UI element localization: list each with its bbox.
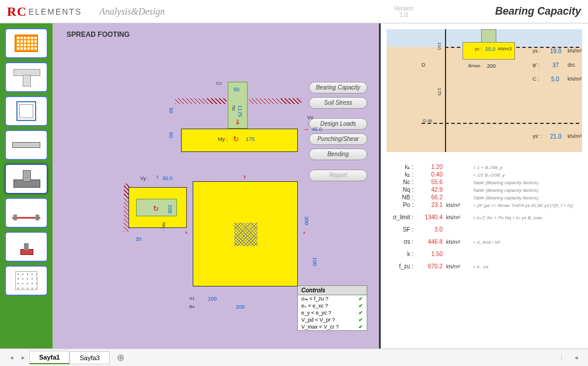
tab-prev-button[interactable]: ◂ xyxy=(6,354,18,361)
panel-title: Bearing Capacity xyxy=(495,5,581,18)
module-tbeam-button[interactable] xyxy=(5,62,48,92)
module-beam-button[interactable] xyxy=(5,130,48,160)
footing-diagram: My : ↻ 175 Cx 50 Nz 1175 ⇓ 50 60 Vx : → … xyxy=(111,82,333,327)
module-column-button[interactable] xyxy=(5,96,48,126)
dots-icon xyxy=(15,271,37,290)
square-icon xyxy=(16,101,36,121)
arrow-right-icon: → xyxy=(302,125,309,133)
column-hatch-icon xyxy=(234,223,258,246)
span-icon xyxy=(12,207,40,219)
canvas-title: SPREAD FOOTING xyxy=(67,30,130,39)
rotation-icon: ↻ xyxy=(233,135,239,143)
ground-hatch-icon xyxy=(175,98,227,104)
axis-x-icon: x xyxy=(303,230,305,235)
tbeam-icon xyxy=(13,69,39,85)
tab-menu-button[interactable]: ⋮ xyxy=(552,354,570,361)
calc-row: σ_limit :1340.4kN/m²= k₁ C Nc + Po Nq + … xyxy=(390,214,579,220)
logo-subtitle: ELEMENTS xyxy=(29,7,82,16)
calc-row: NB :66.2Table (Bearing capacity factors) xyxy=(390,194,579,201)
axis-y-icon: y xyxy=(243,174,246,179)
isolated-icon xyxy=(13,239,39,255)
tab-next-button[interactable]: ▸ xyxy=(18,354,29,361)
calc-row: SF :3.0 xyxy=(390,226,579,233)
calc-row: Nq :42.9Table (Bearing capacity factors) xyxy=(390,187,579,193)
module-mat-button[interactable] xyxy=(5,265,48,296)
calc-row: Po :23.1kN/m²= (IF gw <= Bmax THEN γs EL… xyxy=(390,202,579,208)
version-block: Version 1.0 xyxy=(394,5,413,18)
calc-row: k₂ :0.40= 1/2 Bₓ/10B_y xyxy=(390,171,579,178)
rotation-icon: ↻ xyxy=(153,205,159,213)
footing-icon xyxy=(13,170,39,188)
calc-row: Nc :55.6Table (Bearing capacity factors) xyxy=(390,179,579,185)
calc-row: k :1.50 xyxy=(390,251,579,257)
axis-x-icon: x xyxy=(185,230,187,235)
check-icon: ✔ xyxy=(359,303,363,309)
arrow-up-icon: ↑ xyxy=(155,173,159,181)
calc-row: k₁ :1.20= 1 + Bₓ/5B_y xyxy=(390,164,579,170)
app-subtitle: Analysis&Design xyxy=(99,6,165,17)
bar-icon xyxy=(12,142,40,148)
drawing-canvas: SPREAD FOOTING Bearing Capacity Soil Str… xyxy=(53,23,381,348)
logo: RC xyxy=(7,4,27,19)
check-icon: ✔ xyxy=(359,310,363,316)
module-isolated-button[interactable] xyxy=(5,232,48,262)
add-tab-button[interactable]: ⊕ xyxy=(110,352,131,363)
module-sidebar xyxy=(0,23,53,348)
check-icon: ✔ xyxy=(359,324,363,330)
module-slab-button[interactable] xyxy=(5,28,48,58)
calc-row: f_zu :670.2kN/m²= k . σs xyxy=(390,263,579,270)
module-span-button[interactable] xyxy=(5,198,48,228)
arrow-down-icon: ⇓ xyxy=(235,118,241,126)
calculation-list: k₁ :1.20= 1 + Bₓ/5B_y k₂ :0.40= 1/2 Bₓ/1… xyxy=(381,158,588,275)
calculation-panel: γc : 25.0 kN/m3 D 110 Bmax : 200 175 G.W… xyxy=(381,23,588,348)
elevation-view: My : ↻ 175 Cx 50 Nz 1175 ⇓ 50 60 Vx : → … xyxy=(181,82,298,164)
tab-sayfa1[interactable]: Sayfa1 xyxy=(29,351,69,364)
plan-view: Vy : ↑ 30.0 30 ↻ Mx : 208 y x x 300 100 … xyxy=(111,181,333,333)
column-soil xyxy=(481,29,496,43)
soil-diagram: γc : 25.0 kN/m3 D 110 Bmax : 200 175 G.W… xyxy=(387,29,582,152)
tab-sayfa3[interactable]: Sayfa3 xyxy=(69,351,109,364)
sheet-tabs: ◂ ▸ Sayfa1 Sayfa3 ⊕ ⋮ ◂ xyxy=(0,348,588,366)
check-icon: ✔ xyxy=(359,296,363,302)
calc-row: σs :446.8kN/m²= σ_limit / SF xyxy=(390,239,579,245)
gw-line xyxy=(422,123,579,124)
check-icon: ✔ xyxy=(359,317,363,323)
module-footing-button[interactable] xyxy=(5,164,48,194)
scroll-left-button[interactable]: ◂ xyxy=(570,354,582,361)
app-header: RC ELEMENTS Analysis&Design Version 1.0 … xyxy=(0,0,588,23)
footing-plan-main: y x x xyxy=(193,181,298,286)
footing-soil: γc : 25.0 kN/m3 xyxy=(462,42,515,60)
footing-elevation: My : ↻ 175 xyxy=(181,129,298,152)
ground-hatch-icon xyxy=(249,98,301,104)
grid-icon xyxy=(15,34,38,52)
